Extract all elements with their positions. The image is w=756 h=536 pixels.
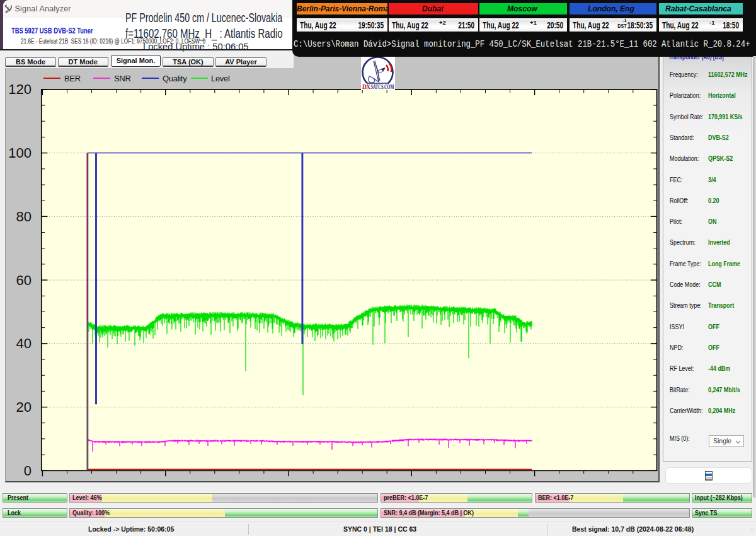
svg-text:120: 120 [8, 81, 32, 97]
svg-text:60: 60 [16, 272, 32, 288]
svg-text:Quality: Quality [163, 74, 187, 83]
svg-text:SNR: SNR [114, 74, 131, 83]
svg-text:Level: Level [211, 74, 230, 83]
svg-text:40: 40 [16, 335, 32, 351]
svg-text:SATCS.COM: SATCS.COM [371, 84, 394, 90]
svg-text:DX: DX [362, 84, 370, 90]
svg-text:20: 20 [16, 399, 32, 415]
svg-text:BER: BER [64, 74, 81, 83]
svg-text:0: 0 [24, 463, 32, 479]
svg-text:100: 100 [8, 145, 32, 161]
svg-text:80: 80 [16, 209, 32, 224]
